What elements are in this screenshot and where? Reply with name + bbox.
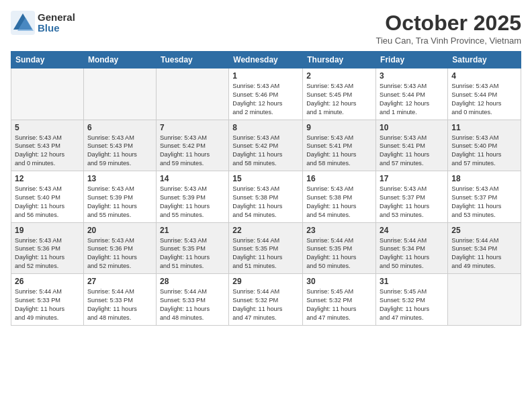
calendar-week-1: 1Sunrise: 5:43 AM Sunset: 5:46 PM Daylig… [11, 68, 521, 120]
day-number: 20 [87, 226, 152, 235]
day-number: 24 [380, 226, 444, 235]
calendar-table: SundayMondayTuesdayWednesdayThursdayFrid… [11, 51, 521, 326]
calendar-cell: 31Sunrise: 5:45 AM Sunset: 5:32 PM Dayli… [376, 274, 448, 326]
day-info: Sunrise: 5:45 AM Sunset: 5:32 PM Dayligh… [306, 287, 372, 322]
calendar-week-4: 19Sunrise: 5:43 AM Sunset: 5:36 PM Dayli… [11, 222, 521, 274]
header-friday: Friday [376, 52, 448, 68]
calendar-cell: 2Sunrise: 5:43 AM Sunset: 5:45 PM Daylig… [303, 68, 376, 120]
day-number: 1 [232, 71, 299, 81]
calendar-cell: 29Sunrise: 5:44 AM Sunset: 5:32 PM Dayli… [229, 274, 303, 326]
day-info: Sunrise: 5:43 AM Sunset: 5:44 PM Dayligh… [380, 82, 444, 117]
day-info: Sunrise: 5:44 AM Sunset: 5:33 PM Dayligh… [87, 287, 152, 322]
day-number: 19 [15, 226, 80, 235]
day-number: 22 [232, 226, 299, 235]
day-info: Sunrise: 5:43 AM Sunset: 5:37 PM Dayligh… [451, 185, 517, 220]
header-sunday: Sunday [11, 52, 84, 68]
header-thursday: Thursday [303, 52, 376, 68]
calendar-week-3: 12Sunrise: 5:43 AM Sunset: 5:40 PM Dayli… [11, 171, 521, 223]
logo-text: General Blue [38, 12, 75, 34]
calendar-cell: 25Sunrise: 5:44 AM Sunset: 5:34 PM Dayli… [448, 222, 521, 274]
calendar-header-row: SundayMondayTuesdayWednesdayThursdayFrid… [11, 52, 521, 68]
day-number: 10 [380, 123, 444, 132]
day-info: Sunrise: 5:45 AM Sunset: 5:32 PM Dayligh… [380, 287, 444, 322]
day-info: Sunrise: 5:44 AM Sunset: 5:34 PM Dayligh… [451, 236, 517, 271]
day-info: Sunrise: 5:44 AM Sunset: 5:32 PM Dayligh… [232, 287, 299, 322]
day-info: Sunrise: 5:43 AM Sunset: 5:37 PM Dayligh… [380, 185, 444, 220]
day-info: Sunrise: 5:43 AM Sunset: 5:38 PM Dayligh… [232, 185, 299, 220]
day-number: 31 [380, 277, 444, 286]
calendar-cell [83, 68, 156, 120]
calendar-cell: 20Sunrise: 5:43 AM Sunset: 5:36 PM Dayli… [83, 222, 156, 274]
calendar-cell: 4Sunrise: 5:43 AM Sunset: 5:44 PM Daylig… [448, 68, 521, 120]
day-info: Sunrise: 5:43 AM Sunset: 5:41 PM Dayligh… [306, 134, 372, 169]
calendar-cell: 17Sunrise: 5:43 AM Sunset: 5:37 PM Dayli… [376, 171, 448, 223]
calendar-cell: 11Sunrise: 5:43 AM Sunset: 5:40 PM Dayli… [448, 120, 521, 171]
day-number: 5 [15, 123, 80, 132]
day-number: 26 [15, 277, 80, 286]
header-monday: Monday [83, 52, 156, 68]
day-number: 25 [451, 226, 517, 235]
day-info: Sunrise: 5:43 AM Sunset: 5:43 PM Dayligh… [15, 134, 80, 169]
calendar-cell: 10Sunrise: 5:43 AM Sunset: 5:41 PM Dayli… [376, 120, 448, 171]
day-info: Sunrise: 5:43 AM Sunset: 5:36 PM Dayligh… [15, 236, 80, 271]
calendar-cell: 13Sunrise: 5:43 AM Sunset: 5:39 PM Dayli… [83, 171, 156, 223]
day-number: 13 [87, 174, 152, 183]
day-number: 7 [160, 123, 225, 132]
day-info: Sunrise: 5:43 AM Sunset: 5:36 PM Dayligh… [87, 236, 152, 271]
calendar-cell: 3Sunrise: 5:43 AM Sunset: 5:44 PM Daylig… [376, 68, 448, 120]
day-number: 6 [87, 123, 152, 132]
day-number: 23 [306, 226, 372, 235]
day-number: 3 [380, 71, 444, 81]
calendar-cell: 24Sunrise: 5:44 AM Sunset: 5:34 PM Dayli… [376, 222, 448, 274]
day-info: Sunrise: 5:43 AM Sunset: 5:39 PM Dayligh… [160, 185, 225, 220]
location: Tieu Can, Tra Vinh Province, Vietnam [375, 36, 521, 46]
calendar-cell: 19Sunrise: 5:43 AM Sunset: 5:36 PM Dayli… [11, 222, 84, 274]
day-info: Sunrise: 5:43 AM Sunset: 5:41 PM Dayligh… [380, 134, 444, 169]
calendar-cell [448, 274, 521, 326]
day-number: 9 [306, 123, 372, 132]
logo-blue: Blue [38, 23, 75, 34]
calendar-cell: 18Sunrise: 5:43 AM Sunset: 5:37 PM Dayli… [448, 171, 521, 223]
day-info: Sunrise: 5:43 AM Sunset: 5:45 PM Dayligh… [306, 82, 372, 117]
calendar-cell: 7Sunrise: 5:43 AM Sunset: 5:42 PM Daylig… [156, 120, 228, 171]
calendar-week-2: 5Sunrise: 5:43 AM Sunset: 5:43 PM Daylig… [11, 120, 521, 171]
day-number: 16 [306, 174, 372, 183]
day-info: Sunrise: 5:43 AM Sunset: 5:44 PM Dayligh… [451, 82, 517, 117]
day-info: Sunrise: 5:43 AM Sunset: 5:40 PM Dayligh… [451, 134, 517, 169]
calendar-cell: 15Sunrise: 5:43 AM Sunset: 5:38 PM Dayli… [229, 171, 303, 223]
day-info: Sunrise: 5:44 AM Sunset: 5:34 PM Dayligh… [380, 236, 444, 271]
calendar-cell: 27Sunrise: 5:44 AM Sunset: 5:33 PM Dayli… [83, 274, 156, 326]
calendar-cell: 12Sunrise: 5:43 AM Sunset: 5:40 PM Dayli… [11, 171, 84, 223]
day-info: Sunrise: 5:43 AM Sunset: 5:43 PM Dayligh… [87, 134, 152, 169]
day-number: 29 [232, 277, 299, 286]
day-info: Sunrise: 5:43 AM Sunset: 5:46 PM Dayligh… [232, 82, 299, 117]
calendar-cell [11, 68, 84, 120]
day-number: 11 [451, 123, 517, 132]
header-tuesday: Tuesday [156, 52, 228, 68]
logo-icon [11, 11, 35, 35]
page-header: General Blue October 2025 Tieu Can, Tra … [11, 11, 521, 46]
day-info: Sunrise: 5:44 AM Sunset: 5:33 PM Dayligh… [15, 287, 80, 322]
calendar-cell: 14Sunrise: 5:43 AM Sunset: 5:39 PM Dayli… [156, 171, 228, 223]
calendar-cell: 26Sunrise: 5:44 AM Sunset: 5:33 PM Dayli… [11, 274, 84, 326]
title-block: October 2025 Tieu Can, Tra Vinh Province… [375, 11, 521, 46]
day-number: 4 [451, 71, 517, 81]
calendar-cell: 21Sunrise: 5:43 AM Sunset: 5:35 PM Dayli… [156, 222, 228, 274]
day-info: Sunrise: 5:43 AM Sunset: 5:42 PM Dayligh… [160, 134, 225, 169]
day-number: 27 [87, 277, 152, 286]
day-info: Sunrise: 5:44 AM Sunset: 5:35 PM Dayligh… [232, 236, 299, 271]
calendar-cell: 6Sunrise: 5:43 AM Sunset: 5:43 PM Daylig… [83, 120, 156, 171]
day-info: Sunrise: 5:43 AM Sunset: 5:42 PM Dayligh… [232, 134, 299, 169]
logo: General Blue [11, 11, 75, 35]
day-info: Sunrise: 5:43 AM Sunset: 5:40 PM Dayligh… [15, 185, 80, 220]
day-number: 17 [380, 174, 444, 183]
day-number: 12 [15, 174, 80, 183]
calendar-cell: 9Sunrise: 5:43 AM Sunset: 5:41 PM Daylig… [303, 120, 376, 171]
calendar-cell: 8Sunrise: 5:43 AM Sunset: 5:42 PM Daylig… [229, 120, 303, 171]
day-info: Sunrise: 5:43 AM Sunset: 5:39 PM Dayligh… [87, 185, 152, 220]
calendar-cell: 22Sunrise: 5:44 AM Sunset: 5:35 PM Dayli… [229, 222, 303, 274]
calendar-cell: 28Sunrise: 5:44 AM Sunset: 5:33 PM Dayli… [156, 274, 228, 326]
day-info: Sunrise: 5:43 AM Sunset: 5:38 PM Dayligh… [306, 185, 372, 220]
day-info: Sunrise: 5:43 AM Sunset: 5:35 PM Dayligh… [160, 236, 225, 271]
day-number: 21 [160, 226, 225, 235]
